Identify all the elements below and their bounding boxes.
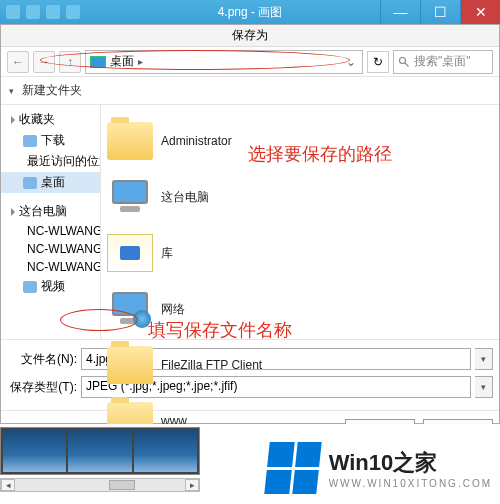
window-title: 4.png - 画图 xyxy=(0,4,500,21)
nav-node[interactable]: NC-WLWANG xyxy=(1,222,100,240)
new-folder-button[interactable]: 新建文件夹 xyxy=(22,82,82,99)
file-item-filezilla[interactable]: FileZilla FTP Client xyxy=(105,337,305,393)
brand-text: Win10之家 WWW.WIN10XITONG.COM xyxy=(329,448,492,489)
file-label: 这台电脑 xyxy=(161,189,209,206)
address-location: 桌面 xyxy=(110,53,134,70)
refresh-button[interactable]: ↻ xyxy=(367,51,389,73)
address-box[interactable]: 桌面 ▸ ⌄ xyxy=(85,50,363,74)
file-label: Administrator xyxy=(161,134,232,148)
nav-pane: 收藏夹 下载 最近访问的位置 桌面 这台电脑 NC-WLWANG NC-WLWA… xyxy=(1,105,101,339)
file-label: 网络 xyxy=(161,301,185,318)
svg-point-0 xyxy=(400,57,406,63)
search-icon xyxy=(398,56,410,68)
svg-line-1 xyxy=(405,62,409,66)
save-as-dialog: 保存为 ← → ↑ 桌面 ▸ ⌄ ↻ 搜索"桌面" ▾ 新建文件夹 收藏夹 下载… xyxy=(0,24,500,424)
file-label: FileZilla FTP Client xyxy=(161,358,262,372)
brand-subtitle: WWW.WIN10XITONG.COM xyxy=(329,478,492,489)
desktop-icon xyxy=(90,56,106,68)
file-item-admin[interactable]: Administrator xyxy=(105,113,305,169)
folder-icon xyxy=(23,135,37,147)
thumbnail[interactable] xyxy=(3,430,66,472)
watermark: Win10之家 WWW.WIN10XITONG.COM xyxy=(267,442,492,494)
chevron-down-icon[interactable]: ⌄ xyxy=(346,55,356,69)
filetype-label: 保存类型(T): xyxy=(7,379,77,396)
horizontal-scrollbar[interactable]: ◂ ▸ xyxy=(0,478,200,492)
address-bar-row: ← → ↑ 桌面 ▸ ⌄ ↻ 搜索"桌面" xyxy=(1,47,499,77)
paint-titlebar: 4.png - 画图 — ☐ ✕ xyxy=(0,0,500,24)
up-button[interactable]: ↑ xyxy=(59,51,81,73)
lower-area: ◂ ▸ Win10之家 WWW.WIN10XITONG.COM xyxy=(0,424,500,504)
dialog-body: 收藏夹 下载 最近访问的位置 桌面 这台电脑 NC-WLWANG NC-WLWA… xyxy=(1,105,499,339)
thumbnail[interactable] xyxy=(68,430,131,472)
video-icon xyxy=(23,281,37,293)
file-item-libs[interactable]: 库 xyxy=(105,225,305,281)
file-item-thispc[interactable]: 这台电脑 xyxy=(105,169,305,225)
expand-icon xyxy=(11,208,15,216)
chevron-right-icon: ▸ xyxy=(138,56,143,67)
search-placeholder: 搜索"桌面" xyxy=(414,53,471,70)
file-grid[interactable]: Administrator 这台电脑 库 网络 FileZilla FTP Cl… xyxy=(101,105,499,339)
search-box[interactable]: 搜索"桌面" xyxy=(393,50,493,74)
nav-downloads[interactable]: 下载 xyxy=(1,130,100,151)
expand-icon xyxy=(11,116,15,124)
scroll-right-button[interactable]: ▸ xyxy=(185,479,199,491)
dialog-title: 保存为 xyxy=(232,27,268,44)
windows-logo-icon xyxy=(264,442,321,494)
dialog-titlebar: 保存为 xyxy=(1,25,499,47)
scroll-thumb[interactable] xyxy=(109,480,135,490)
thumbnail-strip xyxy=(0,427,200,475)
desktop-icon xyxy=(23,177,37,189)
dialog-toolbar: ▾ 新建文件夹 xyxy=(1,77,499,105)
libraries-icon xyxy=(107,234,153,272)
nav-node[interactable]: NC-WLWANG xyxy=(1,258,100,276)
computer-icon xyxy=(107,178,153,216)
file-item-network[interactable]: 网络 xyxy=(105,281,305,337)
scroll-left-button[interactable]: ◂ xyxy=(1,479,15,491)
file-label: 库 xyxy=(161,245,173,262)
organize-arrow-icon[interactable]: ▾ xyxy=(9,86,14,96)
filename-dropdown[interactable]: ▾ xyxy=(475,348,493,370)
folder-icon xyxy=(107,346,153,384)
filetype-dropdown[interactable]: ▾ xyxy=(475,376,493,398)
filename-label: 文件名(N): xyxy=(7,351,77,368)
user-folder-icon xyxy=(107,122,153,160)
forward-button[interactable]: → xyxy=(33,51,55,73)
back-button[interactable]: ← xyxy=(7,51,29,73)
nav-recent[interactable]: 最近访问的位置 xyxy=(1,151,100,172)
nav-videos[interactable]: 视频 xyxy=(1,276,100,297)
nav-desktop[interactable]: 桌面 xyxy=(1,172,100,193)
nav-thispc[interactable]: 这台电脑 xyxy=(1,201,100,222)
thumbnail[interactable] xyxy=(134,430,197,472)
nav-favorites[interactable]: 收藏夹 xyxy=(1,109,100,130)
nav-node[interactable]: NC-WLWANG xyxy=(1,240,100,258)
network-icon xyxy=(107,290,153,328)
